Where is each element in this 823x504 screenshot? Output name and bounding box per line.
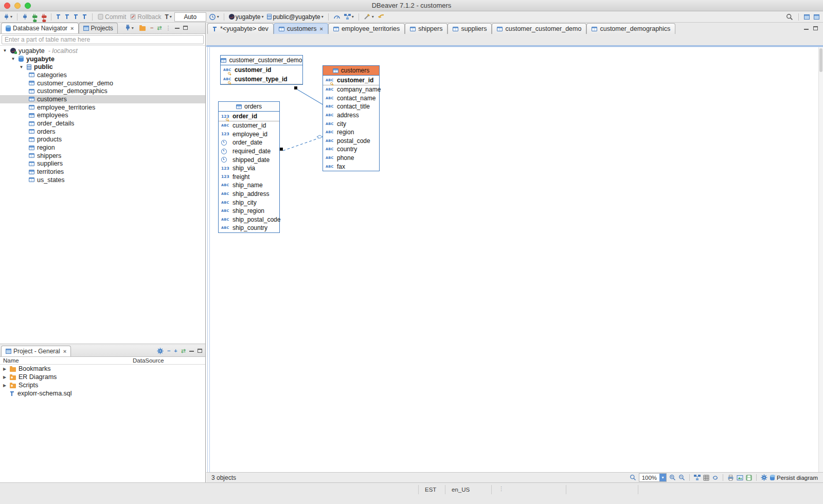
vertical-scrollbar[interactable] [818, 47, 823, 472]
scrollbar-thumb[interactable] [819, 48, 822, 72]
close-icon[interactable]: × [63, 348, 66, 354]
zoom-out-icon[interactable] [678, 474, 685, 481]
tree-item-table[interactable]: customers [0, 95, 205, 103]
editor-tab[interactable]: customer_customer_demo × [492, 23, 586, 34]
print-icon[interactable] [727, 475, 734, 481]
entity-column-pk[interactable]: customer_id [221, 65, 302, 75]
tree-item-table[interactable]: orders [0, 128, 205, 136]
editor-tab[interactable]: suppliers × [448, 23, 492, 34]
tree-item-table[interactable]: customer_demographics [0, 87, 205, 95]
tree-item-connection[interactable]: ▼ yugabyte- localhost [0, 47, 205, 55]
maximize-view-icon[interactable] [183, 26, 188, 30]
entity-column[interactable]: ship_city [219, 198, 279, 207]
new-folder-button[interactable] [138, 23, 147, 32]
tab-project-general[interactable]: Project - General × [1, 346, 71, 356]
entity-column[interactable]: ship_name [219, 181, 279, 190]
minimize-window-button[interactable] [14, 3, 21, 9]
disconnect-button[interactable] [40, 12, 47, 22]
open-perspective-button[interactable] [803, 12, 811, 22]
tab-database-navigator[interactable]: Database Navigator × [1, 23, 79, 33]
tree-item-database[interactable]: ▼ yugabyte [0, 55, 205, 63]
sql-search-button[interactable] [81, 12, 88, 22]
entity-column[interactable]: ship_region [219, 207, 279, 215]
entity-header[interactable]: customer_customer_demo [221, 56, 302, 65]
entity-column[interactable]: shipped_date [219, 155, 279, 164]
expand-arrow-icon[interactable]: ▶ [2, 375, 7, 380]
column-header-datasource[interactable]: DataSource [133, 357, 164, 364]
global-search-button[interactable] [785, 12, 794, 22]
tree-item-table[interactable]: shippers [0, 152, 205, 160]
rollback-button[interactable]: Rollback [129, 12, 162, 22]
save-image-icon[interactable] [737, 475, 743, 481]
search-metadata-button[interactable]: ▾ [363, 12, 375, 22]
entity-column[interactable]: ship_postal_code [219, 215, 279, 224]
editor-tab[interactable]: shippers × [405, 23, 448, 34]
project-tree-item[interactable]: ▶ Scripts [0, 381, 205, 389]
tab-close-icon[interactable]: × [319, 26, 323, 32]
sql-editor-button[interactable] [55, 12, 62, 22]
editor-tab[interactable]: employee_territories × [328, 23, 405, 34]
connect-button[interactable] [21, 12, 29, 22]
zoom-search-icon[interactable] [630, 474, 636, 481]
entity[interactable]: customers customer_id [323, 65, 380, 171]
entity-column[interactable]: city [323, 119, 379, 128]
connect-to-database-button[interactable]: ▾ [124, 23, 135, 32]
dashboard-button[interactable] [332, 12, 342, 22]
entity-column[interactable]: contact_title [323, 102, 379, 111]
gear-icon[interactable] [157, 348, 164, 354]
entity-column-pk[interactable]: order_id [219, 112, 279, 121]
entity-column[interactable]: freight [219, 173, 279, 182]
entity-column[interactable]: ship_via [219, 164, 279, 173]
entity[interactable]: orders order_id [218, 101, 280, 233]
tree-item-table[interactable]: categories [0, 71, 205, 79]
diagram-layout-icon[interactable] [694, 475, 701, 480]
persist-diagram-button[interactable]: Persist diagram [770, 475, 818, 481]
zoom-window-button[interactable] [25, 3, 31, 9]
project-tree-item[interactable]: ▶ explorr-schema.sql [0, 389, 205, 398]
expand-arrow-icon[interactable]: ▶ [2, 383, 7, 388]
maximize-view-icon[interactable] [198, 349, 202, 353]
tree-item-table[interactable]: region [0, 143, 205, 152]
expand-arrow-icon[interactable]: ▼ [19, 65, 24, 69]
tree-item-table[interactable]: territories [0, 168, 205, 176]
entity-header[interactable]: customers [323, 66, 379, 76]
refresh-icon[interactable] [712, 475, 719, 481]
schema-combo[interactable]: public@yugabyte ▾ [266, 12, 324, 22]
commit-button[interactable]: Commit [96, 12, 127, 22]
entity-column[interactable]: address [323, 111, 379, 120]
maximize-editor-icon[interactable] [813, 26, 818, 30]
minimize-editor-icon[interactable] [804, 26, 809, 30]
entity-column-pk[interactable]: customer_type_id [221, 75, 302, 84]
task-view-button[interactable]: ▾ [343, 12, 355, 22]
collapse-icon[interactable]: − [167, 348, 170, 354]
entity-column[interactable]: fax [323, 162, 379, 171]
minimize-view-icon[interactable] [175, 25, 180, 29]
entity[interactable]: customer_customer_demo customer_id custo… [220, 55, 303, 85]
transaction-mode-button[interactable]: T▾ [164, 12, 172, 22]
close-icon[interactable]: × [70, 25, 74, 31]
history-back-button[interactable] [377, 12, 386, 22]
new-connection-button[interactable]: ▾ [3, 12, 13, 22]
entity-column[interactable]: phone [323, 154, 379, 163]
status-drag-handle[interactable]: ⋮ [498, 485, 504, 492]
connection-combo[interactable]: yugabyte ▾ [228, 12, 265, 22]
er-diagram-canvas[interactable]: customer_customer_demo customer_id custo… [206, 47, 823, 472]
entity-column[interactable]: employee_id [219, 130, 279, 139]
project-tree-item[interactable]: ▶ ER Diagrams [0, 373, 205, 381]
entity-column[interactable]: contact_name [323, 94, 379, 103]
relation-ccd-customers[interactable] [294, 86, 323, 104]
chevron-down-icon[interactable]: ▾ [659, 474, 666, 481]
show-view-button[interactable] [813, 12, 820, 22]
tree-item-table[interactable]: suppliers [0, 160, 205, 168]
tree-item-table[interactable]: customer_customer_demo [0, 79, 205, 87]
autocommit-combo[interactable]: Auto [174, 12, 206, 22]
expand-arrow-icon[interactable]: ▼ [2, 48, 8, 53]
entity-column[interactable]: customer_id [219, 121, 279, 130]
tab-projects[interactable]: Projects [79, 23, 118, 33]
entity-column-pk[interactable]: customer_id [323, 76, 379, 85]
view-menu-icon[interactable]: ⋮ [166, 25, 171, 31]
reconnect-button[interactable] [30, 12, 38, 22]
entity-column[interactable]: order_date [219, 138, 279, 147]
editor-tab[interactable]: customer_demographics × [586, 23, 675, 34]
link-with-editor-icon[interactable]: ⇄ [157, 25, 162, 31]
